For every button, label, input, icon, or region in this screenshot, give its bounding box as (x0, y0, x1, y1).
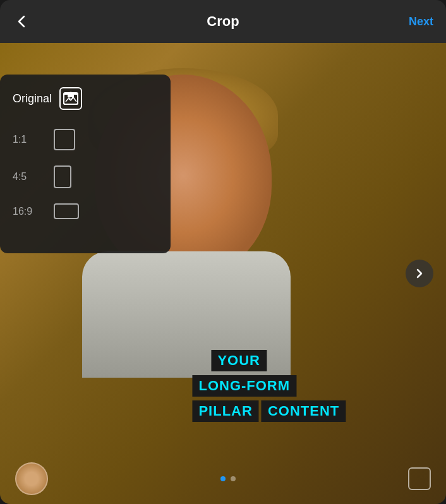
next-chevron-button[interactable] (406, 260, 433, 287)
next-button[interactable]: Next (409, 15, 433, 28)
ratio-4-5-label: 4:5 (13, 171, 41, 183)
page-title: Crop (207, 13, 239, 30)
dot-2 (231, 476, 236, 481)
header: Crop Next (0, 0, 446, 43)
text-line-3: PILLAR CONTENT (192, 400, 346, 422)
phone-container: Crop Next YOUR LONG-FORM PILLAR CONTENT (0, 0, 446, 504)
text-pillar: PILLAR (192, 400, 258, 422)
aspect-ratio-4-5-row[interactable]: 4:5 (13, 165, 158, 188)
original-row: Original (13, 87, 158, 110)
dot-1 (220, 476, 226, 481)
svg-point-1 (69, 95, 73, 99)
aspect-ratio-1-1-row[interactable]: 1:1 (13, 129, 158, 150)
ratio-16-9-label: 16:9 (13, 206, 41, 217)
aspect-ratio-16-9-row[interactable]: 16:9 (13, 203, 158, 219)
text-longform: LONG-FORM (192, 375, 296, 397)
original-label: Original (13, 92, 52, 105)
bottom-bar (0, 453, 446, 504)
avatar[interactable] (15, 462, 48, 495)
ratio-4-5-box[interactable] (54, 165, 71, 188)
original-icon[interactable] (59, 87, 82, 110)
expand-button[interactable] (408, 467, 431, 490)
crop-panel: Original 1:1 4:5 (0, 75, 171, 253)
text-your: YOUR (211, 350, 267, 371)
pagination-dots (220, 476, 236, 481)
text-line-1: YOUR (192, 350, 346, 371)
text-content: CONTENT (262, 400, 346, 422)
ratio-1-1-label: 1:1 (13, 134, 41, 145)
ratio-16-9-box[interactable] (54, 203, 79, 219)
svg-rect-0 (64, 94, 78, 104)
content-area: YOUR LONG-FORM PILLAR CONTENT Original (0, 43, 446, 504)
ratio-1-1-box[interactable] (54, 129, 75, 150)
text-line-2: LONG-FORM (192, 375, 346, 397)
text-overlay: YOUR LONG-FORM PILLAR CONTENT (192, 350, 346, 422)
back-button[interactable] (13, 13, 30, 30)
